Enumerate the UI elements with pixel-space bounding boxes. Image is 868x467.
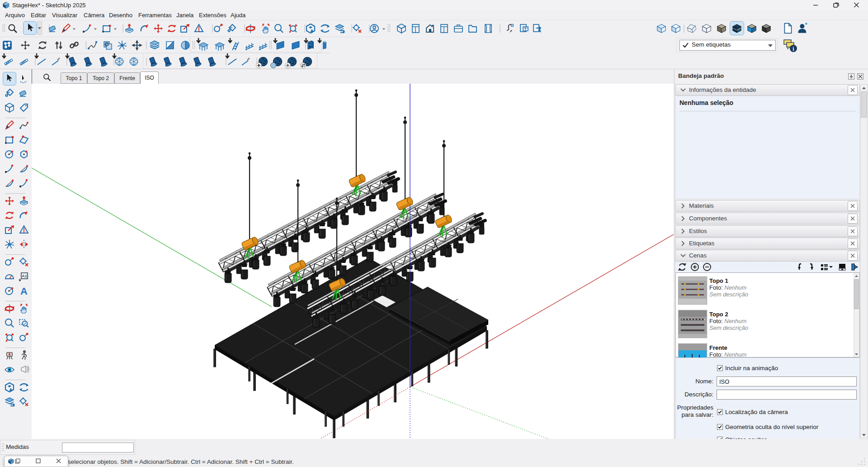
svg-text:A1: A1 — [22, 274, 27, 278]
svg-text:A: A — [20, 286, 28, 296]
